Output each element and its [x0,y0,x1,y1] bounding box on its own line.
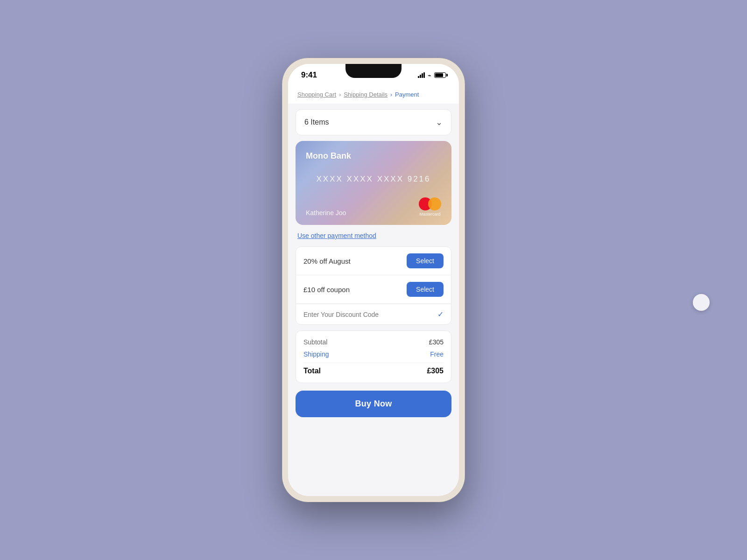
total-label: Total [303,367,321,375]
total-value: £305 [427,367,444,375]
shipping-row: Shipping Free [303,350,444,358]
subtotal-row: Subtotal £305 [303,338,444,346]
mastercard-circles [419,197,441,211]
total-row: Total £305 [303,367,444,375]
select-coupon-1-button[interactable]: Select [407,253,444,268]
shipping-label: Shipping [303,350,329,358]
card-number: XXXX XXXX XXXX 9216 [306,170,441,189]
chevron-down-icon: ⌄ [436,117,443,127]
phone-shell: 9:41 ⌁ Shopping Cart › Shipping [282,58,465,502]
select-coupon-2-button[interactable]: Select [407,282,444,297]
discount-code-row: ✓ [296,304,451,324]
items-count-label: 6 Items [304,118,329,126]
breadcrumb-step1[interactable]: Shopping Cart [297,91,336,98]
breadcrumb: Shopping Cart › Shipping Details › Payme… [288,84,459,104]
card-holder-name: Katherine Joo [306,209,346,217]
buy-now-container: Buy Now [288,391,459,431]
signal-icon [418,72,425,78]
payment-method-section: Use other payment method [288,231,459,246]
items-dropdown[interactable]: 6 Items ⌄ [296,109,451,135]
breadcrumb-step2[interactable]: Shipping Details [344,91,388,98]
coupon-row-1: 20% off August Select [296,247,451,275]
buy-now-button[interactable]: Buy Now [296,391,451,417]
subtotal-value: £305 [429,338,444,346]
breadcrumb-chevron-1: › [339,91,341,98]
summary-divider [303,363,444,363]
payment-method-link[interactable]: Use other payment method [297,232,376,239]
subtotal-label: Subtotal [303,338,327,346]
screen-content[interactable]: Shopping Cart › Shipping Details › Payme… [288,84,459,496]
floating-dot [693,294,710,311]
breadcrumb-chevron-2: › [390,91,392,98]
status-icons: ⌁ [418,72,446,79]
coupon-label-1: 20% off August [303,257,351,265]
shipping-value: Free [430,350,444,358]
mastercard-orange-circle [428,197,441,210]
credit-card: Mono Bank XXXX XXXX XXXX 9216 Katherine … [296,141,451,225]
card-bottom: Katherine Joo Mastercard [306,197,441,217]
mastercard-label: Mastercard [419,212,440,217]
coupons-section: 20% off August Select £10 off coupon Sel… [296,246,451,325]
battery-icon [434,72,446,78]
discount-code-input[interactable] [303,311,434,318]
checkmark-icon: ✓ [437,310,444,319]
phone-screen: 9:41 ⌁ Shopping Cart › Shipping [288,64,459,496]
coupon-label-2: £10 off coupon [303,286,350,294]
card-bank-name: Mono Bank [306,151,441,161]
mastercard-logo: Mastercard [419,197,441,217]
wifi-icon: ⌁ [428,72,431,79]
breadcrumb-step3: Payment [395,91,419,98]
order-summary: Subtotal £305 Shipping Free Total £305 [296,330,451,383]
coupon-row-2: £10 off coupon Select [296,275,451,304]
status-time: 9:41 [301,70,317,80]
notch [345,64,402,78]
